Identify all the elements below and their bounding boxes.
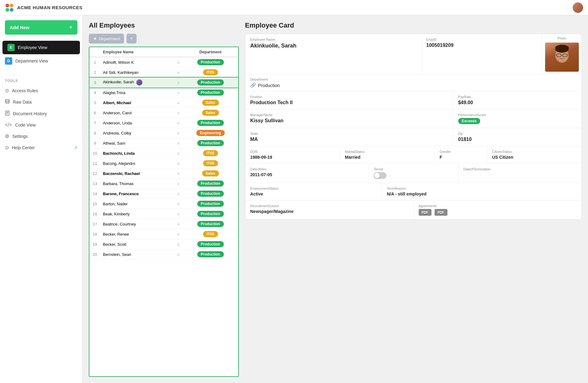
- employee-name-cell: Athwal, Sam: [100, 138, 174, 148]
- table-row[interactable]: 5 Albert, Michael ≡ Sales: [89, 98, 238, 108]
- department-badge: IT/IS: [203, 69, 218, 75]
- topbar: ACME Human Resources: [0, 0, 588, 15]
- table-row[interactable]: 12 Baczenski, Rachael ≡ Sales: [89, 169, 238, 179]
- department-cell: Production: [183, 239, 238, 249]
- card-cell-gender: Gender F: [435, 146, 487, 163]
- department-cell: Engineering: [183, 128, 238, 138]
- department-filter-button[interactable]: ▼ Department: [89, 34, 124, 44]
- row-icon: ≡: [177, 111, 179, 115]
- table-row[interactable]: 14 Barone, Francesco ≡ Production: [89, 189, 238, 199]
- code-view-label: Code View: [15, 123, 36, 127]
- table-row[interactable]: 3 Akinkuolie, Sarah ≡ Production: [89, 78, 238, 88]
- table-row[interactable]: 18 Becker, Renee ≡ IT/IS: [89, 229, 238, 239]
- department-badge: Engineering: [196, 130, 225, 136]
- row-icon-cell: ≡: [174, 199, 183, 209]
- employee-list-panel: All Employees ▼ Department + Employee Na…: [89, 21, 239, 377]
- col-num: [89, 47, 100, 57]
- department-cell: Production: [183, 249, 238, 260]
- hire-label: DateofHire: [250, 167, 364, 171]
- add-filter-button[interactable]: +: [126, 34, 137, 44]
- svg-line-15: [567, 55, 568, 55]
- card-cell-payrate: PayRate $49.00: [453, 91, 582, 109]
- row-icon-cell: ≡: [174, 219, 183, 229]
- empstatus-label: EmploymentStatus: [250, 187, 377, 190]
- tool-code-view[interactable]: </> Code View: [0, 119, 82, 131]
- sidebar-item-department-view[interactable]: D Department View: [0, 54, 82, 68]
- table-row[interactable]: 2 Ait Sidi, Karthikeyan ≡ IT/IS: [89, 67, 238, 78]
- card-cell-empid: EmpID 1005019209: [421, 34, 542, 74]
- card-row-identity: Employee Name Akinkuolie, Sarah EmpID 10…: [245, 34, 582, 74]
- table-row[interactable]: 7 Anderson, Linda ≡ Production: [89, 118, 238, 128]
- card-cell-recruitment: RecruitmentSource Newspager/Magazine: [245, 200, 413, 219]
- employee-table-wrapper[interactable]: Employee Name Department 1 Adinolfi, Wil…: [89, 47, 239, 377]
- tools-heading: TOOLS: [0, 74, 82, 85]
- employee-name: Becker, Scott: [103, 242, 126, 247]
- row-number: 7: [89, 118, 100, 128]
- zip-label: Zip: [458, 132, 577, 135]
- add-new-button[interactable]: Add New +: [5, 20, 77, 35]
- payrate-label: PayRate: [458, 95, 577, 99]
- add-new-label: Add New: [10, 25, 29, 30]
- card-cell-empstatus: EmploymentStatus Active: [245, 183, 382, 200]
- row-icon: ≡: [177, 172, 179, 176]
- termd-toggle[interactable]: [374, 172, 386, 179]
- selected-indicator: [136, 79, 142, 85]
- row-number: 2: [89, 67, 100, 78]
- table-row[interactable]: 19 Becker, Scott ≡ Production: [89, 239, 238, 249]
- employee-name: Adinolfi, Wilson K: [103, 60, 134, 65]
- table-row[interactable]: 6 Anderson, Carol ≡ Sales: [89, 108, 238, 118]
- department-badge: IT/IS: [203, 160, 218, 166]
- termreason-label: TermReason: [387, 187, 577, 190]
- table-row[interactable]: 11 Bacong, Alejandro ≡ IT/IS: [89, 158, 238, 169]
- table-row[interactable]: 10 Bachiochi, Linda ≡ IT/IS: [89, 148, 238, 158]
- help-center-label: Help Center: [12, 145, 35, 150]
- department-badge: Production: [197, 221, 224, 227]
- department-cell: Production: [183, 219, 238, 229]
- table-row[interactable]: 4 Alagbe,Trina ≡ Production: [89, 88, 238, 98]
- table-row[interactable]: 13 Barbara, Thomas ≡ Production: [89, 179, 238, 189]
- card-cell-manager: ManagerName Kissy Sullivan: [245, 109, 453, 128]
- row-icon: ≡: [177, 202, 179, 206]
- tool-settings[interactable]: ⚙ Settings: [0, 131, 82, 142]
- topbar-left: ACME Human Resources: [5, 3, 82, 12]
- employee-name: Andreola, Colby: [103, 131, 131, 135]
- table-row[interactable]: 1 Adinolfi, Wilson K ≡ Production: [89, 57, 238, 67]
- employee-view-label: Employee View: [18, 45, 47, 50]
- app-title: ACME Human Resources: [17, 5, 82, 10]
- employee-name: Alagbe,Trina: [103, 90, 125, 95]
- table-row[interactable]: 15 Barton, Nader ≡ Production: [89, 199, 238, 209]
- citizen-value: US Citizen: [492, 155, 577, 160]
- table-row[interactable]: 16 Beak, Kimberly ≡ Production: [89, 209, 238, 219]
- card-cell-zip: Zip 01810: [453, 128, 582, 146]
- table-row[interactable]: 20 Bernstein, Sean ≡ Production: [89, 249, 238, 260]
- department-cell: Sales: [183, 169, 238, 179]
- pdf-button-2[interactable]: PDF: [435, 209, 447, 216]
- row-number: 3: [89, 78, 100, 88]
- employee-name-cell: Bachiochi, Linda: [100, 148, 174, 158]
- tool-help-center[interactable]: ⊙ Help Center ↗: [0, 142, 82, 153]
- row-number: 4: [89, 88, 100, 98]
- row-icon-cell: ≡: [174, 158, 183, 169]
- avatar[interactable]: [573, 2, 583, 13]
- department-cell: IT/IS: [183, 229, 238, 239]
- card-cell-hire: DateofHire 2011-07-05: [245, 164, 368, 183]
- employee-name-cell: Barone, Francesco: [100, 189, 174, 199]
- table-row[interactable]: 9 Athwal, Sam ≡ Production: [89, 138, 238, 148]
- sidebar-item-employee-view[interactable]: E Employee View: [2, 41, 80, 54]
- svg-point-2: [6, 8, 9, 12]
- table-row[interactable]: 8 Andreola, Colby ≡ Engineering: [89, 128, 238, 138]
- row-number: 20: [89, 249, 100, 260]
- tool-access-rules[interactable]: ⊙ Access Rules: [0, 85, 82, 96]
- tool-document-history[interactable]: Document History: [0, 108, 82, 119]
- tool-raw-data[interactable]: Raw Data: [0, 96, 82, 108]
- table-row[interactable]: 17 Beatrice, Courtney ≡ Production: [89, 219, 238, 229]
- employee-name: Beatrice, Courtney: [103, 222, 136, 226]
- department-badge: Sales: [202, 110, 219, 116]
- code-view-icon: </>: [5, 122, 12, 128]
- pdf-button-1[interactable]: PDF: [419, 209, 432, 216]
- department-cell: Production: [183, 138, 238, 148]
- employee-name: Beak, Kimberly: [103, 212, 130, 216]
- row-number: 15: [89, 199, 100, 209]
- department-badge: Production: [197, 120, 224, 126]
- employee-name-cell: Andreola, Colby: [100, 128, 174, 138]
